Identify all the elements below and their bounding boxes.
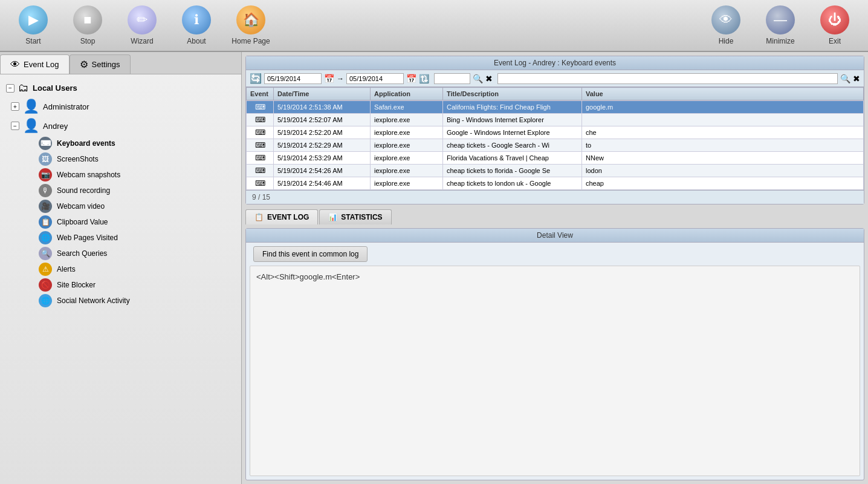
cell-app: iexplore.exe (371, 139, 443, 152)
bottom-tab-event-log-tab[interactable]: 📋EVENT LOG (245, 209, 318, 224)
minimize-button[interactable]: — Minimize (753, 2, 808, 49)
homepage-label: Home Page (232, 37, 270, 45)
stop-button[interactable]: ■ Stop (60, 2, 115, 49)
start-icon: ▶ (19, 5, 48, 34)
find-event-label: Find this event in common log (262, 250, 358, 258)
root-expand-btn[interactable]: − (6, 84, 15, 93)
calendar-to-icon[interactable]: 📅 (406, 74, 416, 83)
expand-andrey[interactable]: − (11, 122, 19, 130)
col-value: Value (582, 88, 864, 100)
about-icon: ℹ (182, 5, 211, 34)
tab-settings-label: Settings (92, 60, 120, 69)
local-users-label: Local Users (33, 83, 77, 93)
tab-settings[interactable]: ⚙ Settings (70, 54, 131, 74)
table-row[interactable]: ⌨ 5/19/2014 2:53:29 AM iexplore.exe Flor… (247, 152, 864, 165)
exit-button[interactable]: ⏻ Exit (808, 2, 862, 49)
table-row[interactable]: ⌨ 5/19/2014 2:54:26 AM iexplore.exe chea… (247, 165, 864, 177)
tab-event-log[interactable]: 👁 Event Log (0, 54, 70, 74)
tree-user-andrey[interactable]: −👤Andrey (2, 116, 239, 136)
tree-item-label-web-pages: Web Pages Visited (57, 234, 118, 242)
homepage-button[interactable]: 🏠 Home Page (224, 2, 278, 49)
toolbar: ▶ Start ■ Stop ✏ Wizard ℹ About 🏠 Home P… (0, 0, 868, 52)
cell-event: ⌨ (247, 114, 274, 126)
tree-user-administrator[interactable]: +👤Administrator (2, 97, 239, 116)
cell-datetime: 5/19/2014 2:52:29 AM (274, 139, 371, 152)
bottom-tab-statistics-tab[interactable]: 📊STATISTICS (319, 209, 391, 224)
title-filter-clear-icon[interactable]: ✖ (853, 74, 860, 83)
stop-label: Stop (80, 37, 96, 45)
alerts-icon: ⚠ (39, 263, 52, 276)
keyboard-event-icon: ⌨ (255, 116, 265, 124)
tab-event-log-label: Event Log (24, 60, 59, 69)
tree-item-social[interactable]: 🌐Social Network Activity (2, 293, 239, 309)
exit-label: Exit (829, 37, 841, 45)
calendar-from-icon[interactable]: 📅 (324, 74, 334, 83)
cell-app: iexplore.exe (371, 126, 443, 139)
title-filter-input[interactable] (497, 73, 838, 84)
start-button[interactable]: ▶ Start (6, 2, 60, 49)
cell-app: iexplore.exe (371, 165, 443, 177)
date-to-input[interactable] (346, 73, 404, 84)
hide-button[interactable]: 👁 Hide (699, 2, 753, 49)
cell-app: iexplore.exe (371, 177, 443, 190)
tree-item-label-alerts: Alerts (57, 265, 76, 273)
table-row[interactable]: ⌨ 5/19/2014 2:51:38 AM Safari.exe Califo… (247, 101, 864, 114)
cell-event: ⌨ (247, 101, 274, 114)
stop-icon: ■ (73, 5, 102, 34)
bottom-tabs: 📋EVENT LOG📊STATISTICS (245, 209, 864, 224)
cell-title: Bing - Windows Internet Explorer (443, 114, 582, 126)
tree-item-label-keyboard: Keyboard events (57, 139, 115, 148)
tree-item-webcam-snap[interactable]: 📷Webcam snapshots (2, 167, 239, 183)
cell-datetime: 5/19/2014 2:52:07 AM (274, 114, 371, 126)
tree-item-clipboard[interactable]: 📋Clipboard Value (2, 214, 239, 230)
tree-item-webcam-video[interactable]: 🎥Webcam video (2, 198, 239, 214)
event-log-tab-label: EVENT LOG (267, 213, 309, 221)
tree-item-alerts[interactable]: ⚠Alerts (2, 261, 239, 277)
tree-item-screenshots[interactable]: 🖼ScreenShots (2, 151, 239, 167)
cell-title: cheap tickets - Google Search - Wi (443, 139, 582, 152)
wizard-button[interactable]: ✏ Wizard (115, 2, 169, 49)
filter-icon: 🔄 (250, 73, 262, 84)
tree-item-site-blocker[interactable]: 🚫Site Blocker (2, 277, 239, 293)
event-log-icon: 👁 (10, 59, 20, 70)
app-filter-input[interactable] (434, 73, 470, 84)
table-row[interactable]: ⌨ 5/19/2014 2:52:20 AM iexplore.exe Goog… (247, 126, 864, 139)
cell-value: google.m (582, 101, 864, 114)
detail-view-title: Detail View (246, 229, 864, 243)
table-scroll[interactable]: ⌨ 5/19/2014 2:51:38 AM Safari.exe Califo… (246, 100, 864, 190)
table-row[interactable]: ⌨ 5/19/2014 2:52:07 AM iexplore.exe Bing… (247, 114, 864, 126)
event-table: Event Date/Time Application Title/Descri… (246, 87, 864, 100)
tree-root-local-users[interactable]: − 🗂 Local Users (2, 79, 239, 97)
table-row[interactable]: ⌨ 5/19/2014 2:52:29 AM iexplore.exe chea… (247, 139, 864, 152)
cell-datetime: 5/19/2014 2:54:46 AM (274, 177, 371, 190)
detail-content: <Alt><Shift>google.m<Enter> (250, 266, 860, 476)
tree-item-keyboard[interactable]: ⌨Keyboard events (2, 136, 239, 151)
children-andrey: ⌨Keyboard events🖼ScreenShots📷Webcam snap… (2, 136, 239, 309)
refresh-icon[interactable]: 🔃 (419, 74, 429, 83)
tree-item-sound[interactable]: 🎙Sound recording (2, 183, 239, 198)
expand-administrator[interactable]: + (11, 102, 19, 111)
webcam-video-icon: 🎥 (39, 200, 52, 213)
tab-bar: 👁 Event Log ⚙ Settings (0, 52, 241, 74)
find-event-button[interactable]: Find this event in common log (253, 246, 368, 262)
date-from-input[interactable] (264, 73, 322, 84)
statistics-tab-icon: 📊 (328, 213, 337, 221)
cell-event: ⌨ (247, 139, 274, 152)
tree-item-web-pages[interactable]: 🌐Web Pages Visited (2, 230, 239, 246)
app-filter-search-icon[interactable]: 🔍 (473, 74, 483, 83)
title-filter-search-icon[interactable]: 🔍 (840, 74, 850, 83)
cell-datetime: 5/19/2014 2:52:20 AM (274, 126, 371, 139)
folder-icon: 🗂 (18, 82, 29, 94)
screenshots-icon: 🖼 (39, 152, 52, 166)
keyboard-icon: ⌨ (39, 137, 52, 150)
filter-bar: 🔄 📅 → 📅 🔃 🔍 ✖ 🔍 ✖ (246, 70, 864, 87)
tree-item-label-webcam-snap: Webcam snapshots (57, 171, 120, 179)
table-row[interactable]: ⌨ 5/19/2014 2:54:46 AM iexplore.exe chea… (247, 177, 864, 190)
wizard-icon: ✏ (128, 5, 157, 34)
tree-item-label-clipboard: Clipboard Value (57, 218, 108, 226)
about-button[interactable]: ℹ About (169, 2, 224, 49)
keyboard-event-icon: ⌨ (255, 154, 265, 162)
app-filter-clear-icon[interactable]: ✖ (485, 74, 493, 83)
tree-item-search[interactable]: 🔍Search Queries (2, 246, 239, 261)
tree-item-label-social: Social Network Activity (57, 296, 130, 305)
